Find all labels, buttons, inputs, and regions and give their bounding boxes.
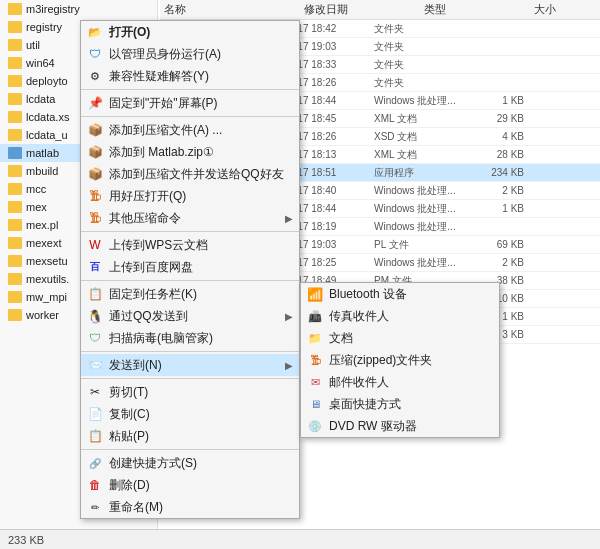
col-type: 类型 xyxy=(424,2,534,17)
submenu-label: 邮件收件人 xyxy=(329,374,389,391)
menu-item-wps[interactable]: W 上传到WPS云文档 xyxy=(81,234,299,256)
menu-label: 添加到 Matlab.zip① xyxy=(109,144,214,161)
sidebar-label: mex xyxy=(26,201,47,213)
sidebar-label: mex.pl xyxy=(26,219,58,231)
delete-icon: 🗑 xyxy=(87,477,103,493)
submenu-sendto: 📶 Bluetooth 设备 📠 传真收件人 📁 文档 🗜 压缩(zipped)… xyxy=(300,282,500,438)
submenu-label: Bluetooth 设备 xyxy=(329,286,407,303)
menu-label: 其他压缩命令 xyxy=(109,210,181,227)
menu-item-addzip[interactable]: 📦 添加到压缩文件(A) ... xyxy=(81,119,299,141)
shortcut-icon: 🔗 xyxy=(87,455,103,471)
menu-item-copy[interactable]: 📄 复制(C) xyxy=(81,403,299,425)
copy-icon: 📄 xyxy=(87,406,103,422)
menu-item-goodzip[interactable]: 🗜 用好压打开(Q) xyxy=(81,185,299,207)
col-date: 修改日期 xyxy=(304,2,424,17)
cut-icon: ✂ xyxy=(87,384,103,400)
menu-item-cut[interactable]: ✂ 剪切(T) xyxy=(81,381,299,403)
mail-icon: ✉ xyxy=(307,374,323,390)
zip-folder-icon: 🗜 xyxy=(307,352,323,368)
menu-label: 剪切(T) xyxy=(109,384,148,401)
submenu-item-zip[interactable]: 🗜 压缩(zipped)文件夹 xyxy=(301,349,499,371)
paste-icon: 📋 xyxy=(87,428,103,444)
file-list-header: 名称 修改日期 类型 大小 xyxy=(160,0,600,20)
menu-item-taskbar[interactable]: 📋 固定到任务栏(K) xyxy=(81,283,299,305)
submenu-label: 压缩(zipped)文件夹 xyxy=(329,352,432,369)
menu-item-paste[interactable]: 📋 粘贴(P) xyxy=(81,425,299,447)
folder-icon-selected xyxy=(8,147,22,159)
compat-icon: ⚙ xyxy=(87,68,103,84)
zip2-icon: 📦 xyxy=(87,144,103,160)
sidebar-label: matlab xyxy=(26,147,59,159)
submenu-label: 桌面快捷方式 xyxy=(329,396,401,413)
wps-icon: W xyxy=(87,237,103,253)
submenu-label: 传真收件人 xyxy=(329,308,389,325)
sidebar-label: mbuild xyxy=(26,165,58,177)
desktop-icon: 🖥 xyxy=(307,396,323,412)
context-menu: 📂 打开(O) 🛡 以管理员身份运行(A) ⚙ 兼容性疑难解答(Y) 📌 固定到… xyxy=(80,20,300,519)
folder-icon xyxy=(8,57,22,69)
menu-separator xyxy=(81,280,299,281)
menu-item-virus[interactable]: 🛡 扫描病毒(电脑管家) xyxy=(81,327,299,349)
menu-item-pin[interactable]: 📌 固定到"开始"屏幕(P) xyxy=(81,92,299,114)
status-text: 233 KB xyxy=(8,534,44,546)
menu-label: 添加到压缩文件(A) ... xyxy=(109,122,222,139)
folder-icon xyxy=(8,21,22,33)
submenu-item-dvd[interactable]: 💿 DVD RW 驱动器 xyxy=(301,415,499,437)
menu-label: 固定到任务栏(K) xyxy=(109,286,197,303)
folder-icon xyxy=(8,291,22,303)
folder-icon xyxy=(8,273,22,285)
folder-icon xyxy=(8,39,22,51)
submenu-arrow: ▶ xyxy=(285,311,293,322)
fax-icon: 📠 xyxy=(307,308,323,324)
menu-label: 通过QQ发送到 xyxy=(109,308,188,325)
menu-label: 打开(O) xyxy=(109,24,150,41)
menu-label: 上传到WPS云文档 xyxy=(109,237,208,254)
sidebar-label: registry xyxy=(26,21,62,33)
menu-item-runas[interactable]: 🛡 以管理员身份运行(A) xyxy=(81,43,299,65)
dvd-icon: 💿 xyxy=(307,418,323,434)
menu-item-shortcut[interactable]: 🔗 创建快捷方式(S) xyxy=(81,452,299,474)
zip5-icon: 🗜 xyxy=(87,210,103,226)
zip3-icon: 📦 xyxy=(87,166,103,182)
menu-label: 复制(C) xyxy=(109,406,150,423)
rename-icon: ✏ xyxy=(87,499,103,515)
sidebar-label: mexutils. xyxy=(26,273,69,285)
menu-label: 发送到(N) xyxy=(109,357,162,374)
menu-item-rename[interactable]: ✏ 重命名(M) xyxy=(81,496,299,518)
menu-label: 删除(D) xyxy=(109,477,150,494)
menu-item-delete[interactable]: 🗑 删除(D) xyxy=(81,474,299,496)
sidebar-label: util xyxy=(26,39,40,51)
submenu-item-mail[interactable]: ✉ 邮件收件人 xyxy=(301,371,499,393)
menu-item-sendto[interactable]: 📨 发送到(N) ▶ xyxy=(81,354,299,376)
submenu-item-fax[interactable]: 📠 传真收件人 xyxy=(301,305,499,327)
submenu-item-desktop[interactable]: 🖥 桌面快捷方式 xyxy=(301,393,499,415)
submenu-item-bluetooth[interactable]: 📶 Bluetooth 设备 xyxy=(301,283,499,305)
menu-label: 用好压打开(Q) xyxy=(109,188,186,205)
sidebar-label: deployto xyxy=(26,75,68,87)
baidu-icon: 百 xyxy=(87,259,103,275)
menu-item-addtozip[interactable]: 📦 添加到 Matlab.zip① xyxy=(81,141,299,163)
menu-label: 重命名(M) xyxy=(109,499,163,516)
folder-icon xyxy=(8,3,22,15)
menu-item-open[interactable]: 📂 打开(O) xyxy=(81,21,299,43)
submenu-item-doc[interactable]: 📁 文档 xyxy=(301,327,499,349)
menu-item-baidu[interactable]: 百 上传到百度网盘 xyxy=(81,256,299,278)
menu-label: 扫描病毒(电脑管家) xyxy=(109,330,213,347)
taskbar-icon: 📋 xyxy=(87,286,103,302)
qq-icon: 🐧 xyxy=(87,308,103,324)
menu-item-qqsend[interactable]: 🐧 通过QQ发送到 ▶ xyxy=(81,305,299,327)
folder-icon xyxy=(8,111,22,123)
menu-item-sendqq[interactable]: 📦 添加到压缩文件并发送给QQ好友 xyxy=(81,163,299,185)
menu-separator xyxy=(81,378,299,379)
sidebar-item-m3iregistry[interactable]: m3iregistry xyxy=(0,0,157,18)
menu-label: 以管理员身份运行(A) xyxy=(109,46,221,63)
menu-item-morezip[interactable]: 🗜 其他压缩命令 ▶ xyxy=(81,207,299,229)
sidebar-label: win64 xyxy=(26,57,55,69)
shield-icon: 🛡 xyxy=(87,46,103,62)
menu-item-compat[interactable]: ⚙ 兼容性疑难解答(Y) xyxy=(81,65,299,87)
send-icon: 📨 xyxy=(87,357,103,373)
sidebar-label: lcdata_u xyxy=(26,129,68,141)
folder-icon xyxy=(8,165,22,177)
folder-icon xyxy=(8,201,22,213)
sidebar-label: worker xyxy=(26,309,59,321)
